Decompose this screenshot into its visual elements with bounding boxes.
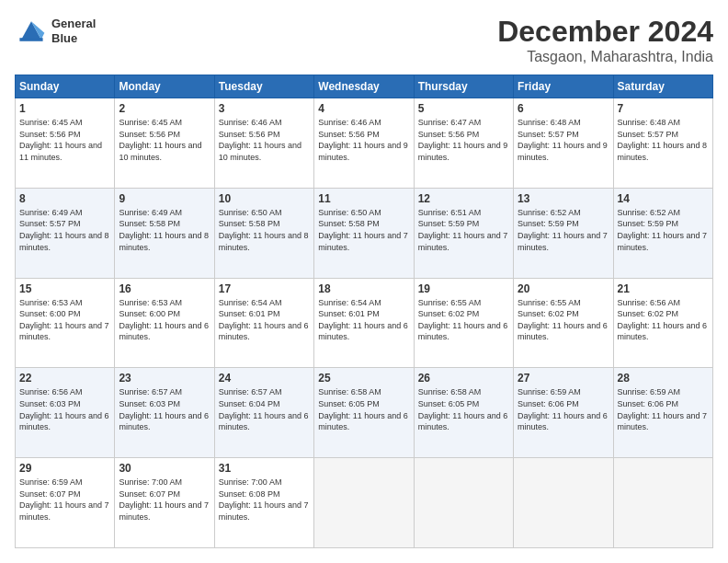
- day-info: Sunrise: 6:56 AMSunset: 6:03 PMDaylight:…: [19, 387, 109, 431]
- day-info: Sunrise: 6:45 AMSunset: 5:56 PMDaylight:…: [19, 118, 102, 162]
- title-block: December 2024 Tasgaon, Maharashtra, Indi…: [497, 15, 713, 65]
- calendar-cell: 24 Sunrise: 6:57 AMSunset: 6:04 PMDaylig…: [214, 368, 313, 458]
- calendar-cell: 12 Sunrise: 6:51 AMSunset: 5:59 PMDaylig…: [414, 188, 513, 278]
- month-title: December 2024: [497, 15, 713, 49]
- calendar-cell: 11 Sunrise: 6:50 AMSunset: 5:58 PMDaylig…: [314, 188, 414, 278]
- day-info: Sunrise: 6:50 AMSunset: 5:58 PMDaylight:…: [318, 208, 408, 252]
- calendar-cell: 3 Sunrise: 6:46 AMSunset: 5:56 PMDayligh…: [214, 98, 313, 189]
- calendar-cell: 5 Sunrise: 6:47 AMSunset: 5:56 PMDayligh…: [414, 98, 513, 189]
- day-number: 20: [518, 282, 609, 295]
- weekday-header-cell: Friday: [514, 75, 613, 98]
- logo-line1: General: [51, 17, 96, 31]
- day-number: 24: [219, 372, 310, 385]
- calendar-row: 22 Sunrise: 6:56 AMSunset: 6:03 PMDaylig…: [16, 368, 713, 458]
- day-info: Sunrise: 6:50 AMSunset: 5:58 PMDaylight:…: [219, 208, 309, 252]
- day-info: Sunrise: 6:53 AMSunset: 6:00 PMDaylight:…: [119, 298, 209, 342]
- day-number: 16: [119, 282, 210, 295]
- day-number: 17: [219, 282, 310, 295]
- day-info: Sunrise: 6:59 AMSunset: 6:06 PMDaylight:…: [618, 387, 708, 431]
- day-info: Sunrise: 7:00 AMSunset: 6:08 PMDaylight:…: [219, 477, 309, 522]
- location: Tasgaon, Maharashtra, India: [497, 49, 713, 65]
- calendar-cell: [613, 458, 712, 548]
- calendar-cell: 6 Sunrise: 6:48 AMSunset: 5:57 PMDayligh…: [514, 98, 613, 189]
- day-info: Sunrise: 6:55 AMSunset: 6:02 PMDaylight:…: [518, 298, 608, 342]
- day-number: 10: [219, 192, 310, 205]
- day-info: Sunrise: 6:49 AMSunset: 5:57 PMDaylight:…: [19, 208, 109, 252]
- calendar-cell: 1 Sunrise: 6:45 AMSunset: 5:56 PMDayligh…: [16, 98, 115, 189]
- day-number: 4: [318, 102, 409, 115]
- calendar-cell: 21 Sunrise: 6:56 AMSunset: 6:02 PMDaylig…: [613, 278, 712, 368]
- day-info: Sunrise: 6:55 AMSunset: 6:02 PMDaylight:…: [418, 298, 508, 342]
- day-number: 23: [119, 372, 210, 385]
- calendar-cell: 4 Sunrise: 6:46 AMSunset: 5:56 PMDayligh…: [314, 98, 414, 189]
- svg-rect-3: [19, 38, 42, 41]
- day-info: Sunrise: 6:54 AMSunset: 6:01 PMDaylight:…: [219, 298, 309, 342]
- day-number: 5: [418, 102, 509, 115]
- calendar-table: SundayMondayTuesdayWednesdayThursdayFrid…: [15, 75, 713, 548]
- weekday-header: SundayMondayTuesdayWednesdayThursdayFrid…: [16, 75, 713, 98]
- calendar-row: 1 Sunrise: 6:45 AMSunset: 5:56 PMDayligh…: [16, 98, 713, 189]
- day-info: Sunrise: 6:59 AMSunset: 6:06 PMDaylight:…: [518, 387, 608, 431]
- logo-text: General Blue: [51, 17, 96, 45]
- day-info: Sunrise: 6:56 AMSunset: 6:02 PMDaylight:…: [618, 298, 708, 342]
- day-number: 6: [518, 102, 609, 115]
- day-info: Sunrise: 6:59 AMSunset: 6:07 PMDaylight:…: [19, 477, 109, 522]
- calendar-cell: 16 Sunrise: 6:53 AMSunset: 6:00 PMDaylig…: [115, 278, 214, 368]
- page: General Blue December 2024 Tasgaon, Maha…: [0, 0, 728, 563]
- day-info: Sunrise: 6:57 AMSunset: 6:04 PMDaylight:…: [219, 387, 309, 431]
- day-info: Sunrise: 6:58 AMSunset: 6:05 PMDaylight:…: [318, 387, 408, 431]
- calendar-cell: 27 Sunrise: 6:59 AMSunset: 6:06 PMDaylig…: [514, 368, 613, 458]
- calendar-cell: [514, 458, 613, 548]
- day-info: Sunrise: 7:00 AMSunset: 6:07 PMDaylight:…: [119, 477, 209, 522]
- calendar-cell: 26 Sunrise: 6:58 AMSunset: 6:05 PMDaylig…: [414, 368, 513, 458]
- day-number: 31: [219, 462, 310, 475]
- calendar-cell: 30 Sunrise: 7:00 AMSunset: 6:07 PMDaylig…: [115, 458, 214, 548]
- day-info: Sunrise: 6:47 AMSunset: 5:56 PMDaylight:…: [418, 118, 508, 162]
- calendar-cell: 25 Sunrise: 6:58 AMSunset: 6:05 PMDaylig…: [314, 368, 414, 458]
- day-number: 13: [518, 192, 609, 205]
- calendar-cell: 15 Sunrise: 6:53 AMSunset: 6:00 PMDaylig…: [16, 278, 115, 368]
- calendar-cell: 23 Sunrise: 6:57 AMSunset: 6:03 PMDaylig…: [115, 368, 214, 458]
- calendar-cell: 20 Sunrise: 6:55 AMSunset: 6:02 PMDaylig…: [514, 278, 613, 368]
- day-number: 15: [19, 282, 110, 295]
- day-info: Sunrise: 6:53 AMSunset: 6:00 PMDaylight:…: [19, 298, 109, 342]
- day-number: 26: [418, 372, 509, 385]
- day-number: 12: [418, 192, 509, 205]
- day-number: 22: [19, 372, 110, 385]
- day-number: 1: [19, 102, 110, 115]
- calendar-cell: 14 Sunrise: 6:52 AMSunset: 5:59 PMDaylig…: [613, 188, 712, 278]
- calendar-cell: 10 Sunrise: 6:50 AMSunset: 5:58 PMDaylig…: [214, 188, 313, 278]
- day-number: 25: [318, 372, 409, 385]
- calendar-cell: [314, 458, 414, 548]
- day-info: Sunrise: 6:51 AMSunset: 5:59 PMDaylight:…: [418, 208, 508, 252]
- calendar-cell: 29 Sunrise: 6:59 AMSunset: 6:07 PMDaylig…: [16, 458, 115, 548]
- day-info: Sunrise: 6:52 AMSunset: 5:59 PMDaylight:…: [618, 208, 708, 252]
- calendar-cell: 31 Sunrise: 7:00 AMSunset: 6:08 PMDaylig…: [214, 458, 313, 548]
- day-number: 27: [518, 372, 609, 385]
- calendar-cell: 22 Sunrise: 6:56 AMSunset: 6:03 PMDaylig…: [16, 368, 115, 458]
- day-number: 28: [618, 372, 709, 385]
- calendar-cell: 19 Sunrise: 6:55 AMSunset: 6:02 PMDaylig…: [414, 278, 513, 368]
- calendar-cell: 13 Sunrise: 6:52 AMSunset: 5:59 PMDaylig…: [514, 188, 613, 278]
- day-info: Sunrise: 6:46 AMSunset: 5:56 PMDaylight:…: [219, 118, 301, 162]
- calendar-cell: 7 Sunrise: 6:48 AMSunset: 5:57 PMDayligh…: [613, 98, 712, 189]
- calendar-cell: 18 Sunrise: 6:54 AMSunset: 6:01 PMDaylig…: [314, 278, 414, 368]
- calendar-cell: 2 Sunrise: 6:45 AMSunset: 5:56 PMDayligh…: [115, 98, 214, 189]
- weekday-header-cell: Tuesday: [214, 75, 313, 98]
- calendar-row: 8 Sunrise: 6:49 AMSunset: 5:57 PMDayligh…: [16, 188, 713, 278]
- calendar-cell: 28 Sunrise: 6:59 AMSunset: 6:06 PMDaylig…: [613, 368, 712, 458]
- weekday-header-cell: Sunday: [16, 75, 115, 98]
- day-info: Sunrise: 6:54 AMSunset: 6:01 PMDaylight:…: [318, 298, 408, 342]
- calendar-cell: 9 Sunrise: 6:49 AMSunset: 5:58 PMDayligh…: [115, 188, 214, 278]
- day-number: 29: [19, 462, 110, 475]
- day-info: Sunrise: 6:49 AMSunset: 5:58 PMDaylight:…: [119, 208, 209, 252]
- calendar-cell: 8 Sunrise: 6:49 AMSunset: 5:57 PMDayligh…: [16, 188, 115, 278]
- header: General Blue December 2024 Tasgaon, Maha…: [15, 15, 713, 65]
- weekday-header-cell: Wednesday: [314, 75, 414, 98]
- day-number: 21: [618, 282, 709, 295]
- weekday-header-cell: Saturday: [613, 75, 712, 98]
- day-number: 3: [219, 102, 310, 115]
- weekday-header-cell: Monday: [115, 75, 214, 98]
- calendar-row: 29 Sunrise: 6:59 AMSunset: 6:07 PMDaylig…: [16, 458, 713, 548]
- day-number: 11: [318, 192, 409, 205]
